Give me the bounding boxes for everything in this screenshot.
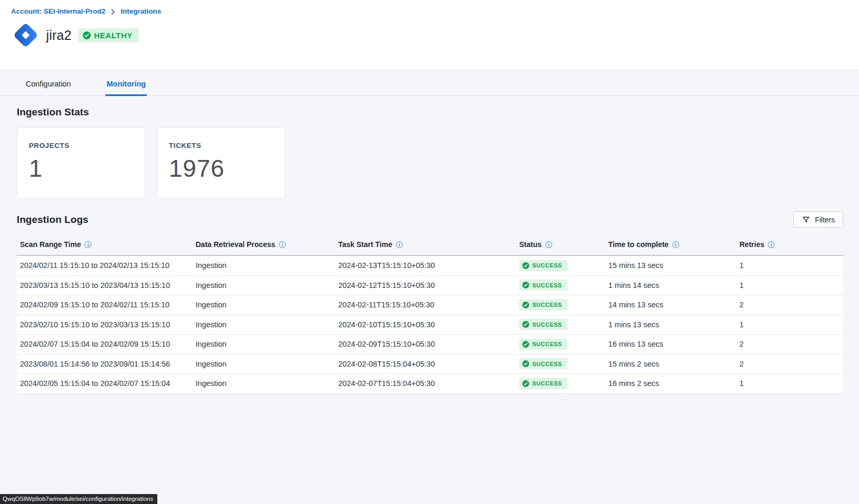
cell-time-to-complete: 16 mins 13 secs <box>608 340 739 348</box>
stat-value: 1 <box>29 154 133 183</box>
main-content: Ingestion Stats PROJECTS 1 TICKETS 1976 … <box>0 106 859 394</box>
cell-status: SUCCESS <box>519 299 608 310</box>
info-icon[interactable]: i <box>545 241 552 248</box>
cell-scan-range-time: 2024/02/09 15:15:10 to 2024/02/11 15:15:… <box>20 301 196 309</box>
breadcrumb-integrations-link[interactable]: Integrations <box>121 7 161 15</box>
table-row: 2023/02/10 15:15:10 to 2023/03/13 15:15:… <box>17 315 843 335</box>
check-circle-icon <box>522 341 529 348</box>
info-icon[interactable]: i <box>768 241 775 248</box>
page-title: jira2 <box>46 28 71 43</box>
column-header-scan-range-time: Scan Range Time i <box>20 240 196 249</box>
table-row: 2024/02/07 15:15:04 to 2024/02/09 15:15:… <box>17 335 843 355</box>
chevron-right-icon <box>110 9 116 15</box>
table-row: 2024/02/11 15:15:10 to 2024/02/13 15:15:… <box>17 256 843 276</box>
stat-label: PROJECTS <box>29 142 133 149</box>
cell-time-to-complete: 15 mins 2 secs <box>608 360 739 368</box>
cell-retries: 2 <box>739 360 843 368</box>
cell-data-retrieval-process: Ingestion <box>196 360 338 368</box>
check-circle-icon <box>83 31 91 39</box>
filters-button[interactable]: Filters <box>793 211 843 228</box>
cell-task-start-time: 2024-02-11T15:15:10+05:30 <box>338 301 519 309</box>
status-badge: SUCCESS <box>519 358 567 369</box>
status-badge: SUCCESS <box>519 319 567 330</box>
cell-time-to-complete: 16 mins 2 secs <box>608 379 739 388</box>
filter-icon <box>802 216 810 224</box>
info-icon[interactable]: i <box>396 241 403 248</box>
column-header-status: Status i <box>519 240 608 249</box>
stat-value: 1976 <box>169 154 273 183</box>
breadcrumb: Account: SEI-Internal-Prod2 Integrations <box>11 7 859 15</box>
ingestion-stats-heading: Ingestion Stats <box>17 106 843 118</box>
stat-cards: PROJECTS 1 TICKETS 1976 <box>17 127 843 199</box>
cell-task-start-time: 2024-02-10T15:15:10+05:30 <box>338 320 519 329</box>
cell-data-retrieval-process: Ingestion <box>196 379 338 388</box>
column-header-task-start-time: Task Start Time i <box>338 240 519 249</box>
status-badge-label: SUCCESS <box>532 282 562 288</box>
cell-retries: 1 <box>739 281 843 289</box>
health-status-label: HEALTHY <box>94 31 132 40</box>
cell-status: SUCCESS <box>519 358 608 369</box>
health-status-badge: HEALTHY <box>78 28 139 42</box>
table-row: 2023/03/13 15:15:10 to 2023/04/13 15:15:… <box>17 276 843 296</box>
column-header-data-retrieval-process: Data Retrieval Process i <box>196 240 338 249</box>
cell-retries: 1 <box>739 261 843 270</box>
ingestion-logs-table: Scan Range Time i Data Retrieval Process… <box>17 234 843 394</box>
status-badge: SUCCESS <box>519 378 567 389</box>
tab-bar: Configuration Monitoring <box>0 70 859 96</box>
info-icon[interactable]: i <box>84 241 91 248</box>
jira-logo-icon <box>12 21 40 49</box>
cell-scan-range-time: 2023/03/13 15:15:10 to 2023/04/13 15:15:… <box>20 281 196 289</box>
check-circle-icon <box>522 282 529 288</box>
status-badge-label: SUCCESS <box>532 341 562 347</box>
cell-scan-range-time: 2023/02/10 15:15:10 to 2023/03/13 15:15:… <box>20 320 196 329</box>
cell-time-to-complete: 14 mins 13 secs <box>608 301 739 309</box>
status-badge: SUCCESS <box>519 260 567 271</box>
link-preview-statusbar: QwqOSllWp9ob7w/module/sei/configuration/… <box>0 494 157 504</box>
cell-time-to-complete: 1 mins 13 secs <box>608 320 739 329</box>
table-row: 2023/08/01 15:14:56 to 2023/09/01 15:14:… <box>17 355 843 374</box>
breadcrumb-account-link[interactable]: Account: SEI-Internal-Prod2 <box>11 7 105 15</box>
status-badge: SUCCESS <box>519 299 567 310</box>
cell-data-retrieval-process: Ingestion <box>196 281 338 289</box>
tab-configuration[interactable]: Configuration <box>25 70 72 96</box>
cell-retries: 1 <box>739 379 843 388</box>
stat-card-tickets: TICKETS 1976 <box>157 127 285 199</box>
table-header: Scan Range Time i Data Retrieval Process… <box>17 234 843 256</box>
check-circle-icon <box>522 380 529 387</box>
cell-status: SUCCESS <box>519 339 608 350</box>
tab-monitoring[interactable]: Monitoring <box>105 70 147 96</box>
cell-retries: 2 <box>739 340 843 348</box>
cell-status: SUCCESS <box>519 280 608 291</box>
cell-data-retrieval-process: Ingestion <box>196 301 338 309</box>
cell-task-start-time: 2024-02-07T15:15:04+05:30 <box>338 379 519 388</box>
cell-task-start-time: 2024-02-12T15:15:10+05:30 <box>338 281 519 289</box>
check-circle-icon <box>522 302 529 308</box>
cell-scan-range-time: 2024/02/05 15:15:04 to 2024/02/07 15:15:… <box>20 379 196 388</box>
cell-task-start-time: 2024-02-08T15:15:04+05:30 <box>338 360 519 368</box>
cell-scan-range-time: 2024/02/07 15:15:04 to 2024/02/09 15:15:… <box>20 340 196 348</box>
cell-time-to-complete: 15 mins 13 secs <box>608 261 739 270</box>
cell-time-to-complete: 1 mins 14 secs <box>608 281 739 289</box>
cell-scan-range-time: 2023/08/01 15:14:56 to 2023/09/01 15:14:… <box>20 360 196 368</box>
status-badge-label: SUCCESS <box>532 262 562 269</box>
check-circle-icon <box>522 321 529 328</box>
cell-data-retrieval-process: Ingestion <box>196 320 338 329</box>
cell-scan-range-time: 2024/02/11 15:15:10 to 2024/02/13 15:15:… <box>20 261 196 270</box>
cell-retries: 2 <box>739 301 843 309</box>
status-badge-label: SUCCESS <box>532 321 562 328</box>
table-row: 2024/02/09 15:15:10 to 2024/02/11 15:15:… <box>17 295 843 315</box>
cell-data-retrieval-process: Ingestion <box>196 261 338 270</box>
cell-data-retrieval-process: Ingestion <box>196 340 338 348</box>
cell-task-start-time: 2024-02-09T15:15:10+05:30 <box>338 340 519 348</box>
info-icon[interactable]: i <box>279 241 286 248</box>
status-badge: SUCCESS <box>519 339 567 350</box>
cell-retries: 1 <box>739 320 843 329</box>
check-circle-icon <box>522 262 529 269</box>
cell-status: SUCCESS <box>519 378 608 389</box>
status-badge-label: SUCCESS <box>532 361 562 367</box>
check-circle-icon <box>522 360 529 367</box>
status-badge-label: SUCCESS <box>532 380 562 387</box>
info-icon[interactable]: i <box>672 241 679 248</box>
cell-status: SUCCESS <box>519 319 608 330</box>
column-header-retries: Retries i <box>739 240 843 249</box>
